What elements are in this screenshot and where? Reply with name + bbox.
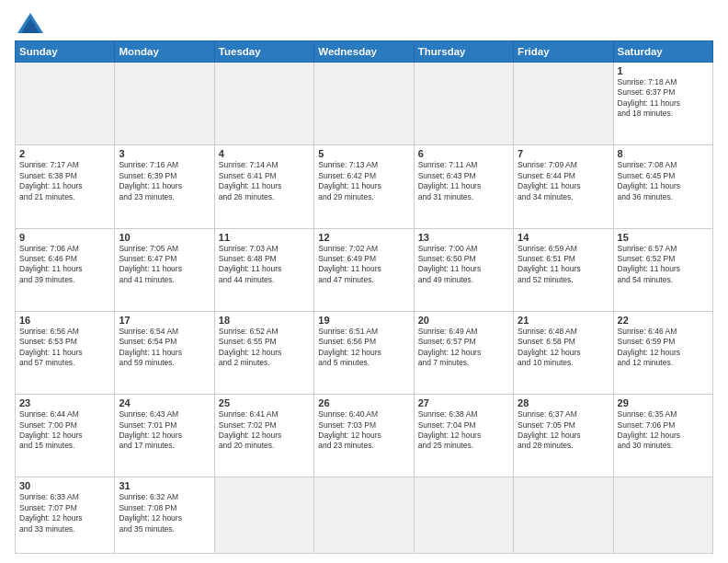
calendar-day-cell: 2Sunrise: 7:17 AM Sunset: 6:38 PM Daylig… (16, 145, 115, 228)
day-number: 21 (518, 315, 609, 326)
day-info: Sunrise: 6:49 AM Sunset: 6:57 PM Dayligh… (418, 327, 509, 369)
day-number: 19 (318, 315, 409, 326)
day-header-saturday: Saturday (613, 41, 712, 63)
day-number: 1 (618, 65, 709, 76)
day-info: Sunrise: 6:41 AM Sunset: 7:02 PM Dayligh… (219, 409, 310, 452)
calendar-day-cell: 7Sunrise: 7:09 AM Sunset: 6:44 PM Daylig… (514, 145, 613, 228)
calendar-day-cell: 22Sunrise: 6:46 AM Sunset: 6:59 PM Dayli… (613, 311, 712, 394)
day-info: Sunrise: 7:11 AM Sunset: 6:43 PM Dayligh… (418, 160, 509, 202)
calendar-page: SundayMondayTuesdayWednesdayThursdayFrid… (0, 0, 728, 563)
day-number: 7 (518, 148, 609, 159)
calendar-day-cell (214, 477, 313, 554)
day-header-tuesday: Tuesday (214, 41, 313, 63)
day-number: 2 (19, 148, 110, 159)
day-number: 23 (19, 397, 110, 408)
logo-icon (17, 13, 43, 33)
calendar-day-cell: 11Sunrise: 7:03 AM Sunset: 6:48 PM Dayli… (214, 228, 313, 311)
day-info: Sunrise: 6:56 AM Sunset: 6:53 PM Dayligh… (19, 327, 110, 369)
day-number: 14 (518, 232, 609, 243)
calendar-day-cell: 12Sunrise: 7:02 AM Sunset: 6:49 PM Dayli… (314, 228, 414, 311)
calendar-day-cell (414, 63, 513, 145)
day-number: 20 (418, 315, 509, 326)
day-number: 26 (318, 397, 409, 408)
day-number: 10 (119, 232, 210, 243)
day-info: Sunrise: 7:14 AM Sunset: 6:41 PM Dayligh… (219, 160, 310, 202)
day-info: Sunrise: 6:52 AM Sunset: 6:55 PM Dayligh… (219, 327, 310, 369)
calendar-table: SundayMondayTuesdayWednesdayThursdayFrid… (15, 40, 713, 554)
day-number: 15 (618, 232, 709, 243)
header (15, 13, 713, 33)
day-info: Sunrise: 7:03 AM Sunset: 6:48 PM Dayligh… (219, 244, 310, 286)
calendar-day-cell: 23Sunrise: 6:44 AM Sunset: 7:00 PM Dayli… (16, 395, 115, 477)
calendar-day-cell: 16Sunrise: 6:56 AM Sunset: 6:53 PM Dayli… (16, 311, 115, 394)
logo (15, 13, 43, 33)
calendar-week-row: 30Sunrise: 6:33 AM Sunset: 7:07 PM Dayli… (16, 477, 713, 554)
calendar-day-cell: 5Sunrise: 7:13 AM Sunset: 6:42 PM Daylig… (314, 145, 414, 228)
day-number: 22 (618, 315, 709, 326)
calendar-day-cell: 18Sunrise: 6:52 AM Sunset: 6:55 PM Dayli… (214, 311, 313, 394)
calendar-week-row: 16Sunrise: 6:56 AM Sunset: 6:53 PM Dayli… (16, 311, 713, 394)
day-number: 11 (219, 232, 310, 243)
day-number: 8 (618, 148, 709, 159)
day-header-thursday: Thursday (414, 41, 513, 63)
calendar-day-cell (514, 63, 613, 145)
calendar-day-cell: 9Sunrise: 7:06 AM Sunset: 6:46 PM Daylig… (16, 228, 115, 311)
calendar-day-cell (115, 63, 214, 145)
calendar-week-row: 2Sunrise: 7:17 AM Sunset: 6:38 PM Daylig… (16, 145, 713, 228)
day-info: Sunrise: 6:35 AM Sunset: 7:06 PM Dayligh… (618, 409, 709, 452)
calendar-day-cell: 13Sunrise: 7:00 AM Sunset: 6:50 PM Dayli… (414, 228, 513, 311)
day-number: 3 (119, 148, 210, 159)
calendar-day-cell: 28Sunrise: 6:37 AM Sunset: 7:05 PM Dayli… (514, 395, 613, 477)
calendar-day-cell (514, 477, 613, 554)
calendar-day-cell (314, 63, 414, 145)
calendar-day-cell: 26Sunrise: 6:40 AM Sunset: 7:03 PM Dayli… (314, 395, 414, 477)
calendar-day-cell: 25Sunrise: 6:41 AM Sunset: 7:02 PM Dayli… (214, 395, 313, 477)
calendar-week-row: 1Sunrise: 7:18 AM Sunset: 6:37 PM Daylig… (16, 63, 713, 145)
day-info: Sunrise: 6:59 AM Sunset: 6:51 PM Dayligh… (518, 244, 609, 286)
calendar-day-cell: 6Sunrise: 7:11 AM Sunset: 6:43 PM Daylig… (414, 145, 513, 228)
calendar-day-cell: 31Sunrise: 6:32 AM Sunset: 7:08 PM Dayli… (115, 477, 214, 554)
calendar-day-cell: 19Sunrise: 6:51 AM Sunset: 6:56 PM Dayli… (314, 311, 414, 394)
day-number: 17 (119, 315, 210, 326)
day-info: Sunrise: 7:17 AM Sunset: 6:38 PM Dayligh… (19, 160, 110, 202)
day-info: Sunrise: 6:46 AM Sunset: 6:59 PM Dayligh… (618, 327, 709, 369)
day-number: 24 (119, 397, 210, 408)
calendar-day-cell: 10Sunrise: 7:05 AM Sunset: 6:47 PM Dayli… (115, 228, 214, 311)
day-info: Sunrise: 6:33 AM Sunset: 7:07 PM Dayligh… (19, 492, 110, 534)
calendar-day-cell (414, 477, 513, 554)
calendar-week-row: 9Sunrise: 7:06 AM Sunset: 6:46 PM Daylig… (16, 228, 713, 311)
logo-text (15, 13, 43, 33)
calendar-day-cell: 14Sunrise: 6:59 AM Sunset: 6:51 PM Dayli… (514, 228, 613, 311)
day-info: Sunrise: 6:51 AM Sunset: 6:56 PM Dayligh… (318, 327, 409, 369)
calendar-day-cell (16, 63, 115, 145)
calendar-day-cell (214, 63, 313, 145)
day-number: 27 (418, 397, 509, 408)
day-header-monday: Monday (115, 41, 214, 63)
day-info: Sunrise: 6:44 AM Sunset: 7:00 PM Dayligh… (19, 409, 110, 452)
day-number: 31 (119, 480, 210, 491)
day-number: 13 (418, 232, 509, 243)
calendar-day-cell: 15Sunrise: 6:57 AM Sunset: 6:52 PM Dayli… (613, 228, 712, 311)
day-info: Sunrise: 6:43 AM Sunset: 7:01 PM Dayligh… (119, 409, 210, 452)
day-info: Sunrise: 7:05 AM Sunset: 6:47 PM Dayligh… (119, 244, 210, 286)
calendar-week-row: 23Sunrise: 6:44 AM Sunset: 7:00 PM Dayli… (16, 395, 713, 477)
day-number: 29 (618, 397, 709, 408)
calendar-day-cell: 27Sunrise: 6:38 AM Sunset: 7:04 PM Dayli… (414, 395, 513, 477)
day-header-sunday: Sunday (16, 41, 115, 63)
day-info: Sunrise: 7:18 AM Sunset: 6:37 PM Dayligh… (618, 77, 709, 120)
calendar-day-cell: 1Sunrise: 7:18 AM Sunset: 6:37 PM Daylig… (613, 63, 712, 145)
day-number: 16 (19, 315, 110, 326)
day-info: Sunrise: 7:08 AM Sunset: 6:45 PM Dayligh… (618, 160, 709, 202)
day-info: Sunrise: 6:38 AM Sunset: 7:04 PM Dayligh… (418, 409, 509, 452)
day-info: Sunrise: 7:16 AM Sunset: 6:39 PM Dayligh… (119, 160, 210, 202)
day-info: Sunrise: 7:00 AM Sunset: 6:50 PM Dayligh… (418, 244, 509, 286)
day-number: 30 (19, 480, 110, 491)
calendar-day-cell (613, 477, 712, 554)
day-info: Sunrise: 6:57 AM Sunset: 6:52 PM Dayligh… (618, 244, 709, 286)
day-number: 9 (19, 232, 110, 243)
calendar-day-cell: 21Sunrise: 6:48 AM Sunset: 6:58 PM Dayli… (514, 311, 613, 394)
day-info: Sunrise: 7:06 AM Sunset: 6:46 PM Dayligh… (19, 244, 110, 286)
day-number: 4 (219, 148, 310, 159)
day-info: Sunrise: 6:40 AM Sunset: 7:03 PM Dayligh… (318, 409, 409, 452)
day-header-friday: Friday (514, 41, 613, 63)
